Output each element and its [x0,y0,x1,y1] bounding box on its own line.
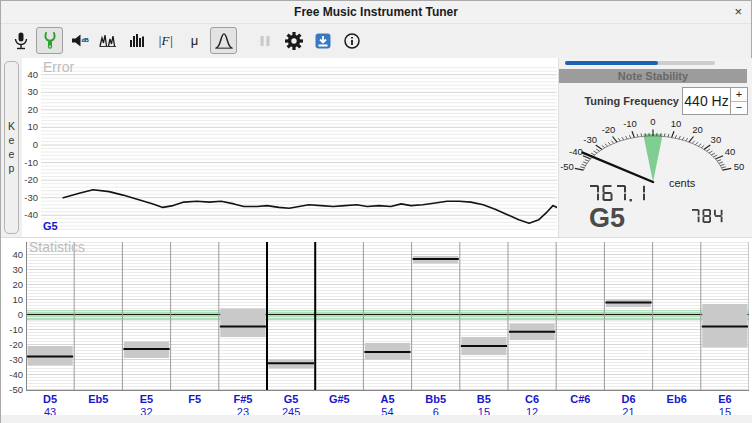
window-title: Free Music Instrument Tuner [294,5,458,19]
stats-y-tick: -40 [3,369,23,380]
error-panel: Error 403020100-10-20-30-40 G5 [22,58,558,237]
about-button[interactable] [338,27,365,54]
spectrum-button[interactable] [123,27,150,54]
svg-text:-20: -20 [602,124,616,135]
svg-text:-30: -30 [583,134,597,145]
error-y-tick: -30 [21,192,38,203]
note-label-Eb5: Eb5 [74,393,122,406]
spectrum-bars-icon [127,31,147,51]
svg-text:-40: -40 [569,146,583,157]
error-y-tick: -10 [21,157,38,168]
svg-text:dB: dB [81,37,88,43]
note-label-G#5: G#5 [315,393,363,406]
error-y-tick: 0 [21,139,38,150]
stats-y-tick: 20 [3,279,23,290]
error-chart [41,67,557,232]
tuner-mode-button[interactable] [36,27,63,54]
pause-button[interactable] [251,27,278,54]
svg-text:10: 10 [671,118,682,129]
error-y-tick: -40 [21,209,38,220]
microphone-icon [11,31,31,51]
save-button[interactable] [309,27,336,54]
volume-db-button[interactable]: dB [65,27,92,54]
oscilloscope-button[interactable] [94,27,121,54]
error-y-tick: 40 [21,69,38,80]
error-y-tick: 10 [21,121,38,132]
note-label-C#6: C#6 [556,393,604,406]
stats-y-tick: 10 [3,294,23,305]
tuning-frequency-value[interactable]: 440 Hz [683,88,730,114]
stats-y-tick: 30 [3,264,23,275]
settings-button[interactable] [280,27,307,54]
bottom-strip [1,415,752,423]
statistics-chart [26,242,749,391]
info-icon [342,31,362,51]
titlebar: Free Music Instrument Tuner × [1,1,751,24]
app-window: Free Music Instrument Tuner × dB [0,0,752,423]
frequency-increment-button[interactable]: + [731,88,747,102]
note-stability-progress-fill [565,61,658,65]
note-stability-header: Note Stability [559,69,747,83]
tuner-panel: Note Stability Tuning Frequency 440 Hz +… [558,58,752,237]
stats-y-tick: 0 [3,309,23,320]
cents-gauge: -50-40-30-20-1001020304050centsG5 [559,113,752,236]
error-distribution-button[interactable] [210,27,237,54]
note-label-F5: F5 [171,393,219,406]
stats-y-tick: 40 [3,249,23,260]
close-button[interactable]: × [734,1,742,23]
svg-text:0: 0 [650,116,655,127]
error-y-tick: 30 [21,86,38,97]
fourier-button[interactable]: |F| [152,27,179,54]
svg-text:-10: -10 [623,118,637,129]
toolbar: dB |F| μ [1,24,751,57]
fourier-icon: |F| [158,33,173,49]
svg-text:30: 30 [711,134,722,145]
svg-text:-50: -50 [560,161,574,172]
svg-text:G5: G5 [589,203,625,233]
gear-icon [284,31,304,51]
tuning-fork-icon [40,31,60,51]
statistics-panel: Statistics 403020100-10-20-30-40-50 D543… [1,237,752,423]
keep-button[interactable]: Keep [4,61,19,234]
mu-icon: μ [191,33,199,48]
stats-y-tick: -10 [3,324,23,335]
tuning-frequency-spinbox: 440 Hz + − [682,87,748,115]
stats-y-tick: -30 [3,354,23,365]
save-icon [313,31,333,51]
stats-y-tick: -20 [3,339,23,350]
error-current-note-label: G5 [43,220,58,232]
note-label-Eb6: Eb6 [653,393,701,406]
svg-text:20: 20 [692,124,703,135]
error-y-tick: -20 [21,174,38,185]
svg-text:40: 40 [725,146,736,157]
statistics-mu-button[interactable]: μ [181,27,208,54]
waveform-icon [98,31,118,51]
error-y-tick: 20 [21,104,38,115]
pause-icon [256,32,274,50]
microphone-button[interactable] [7,27,34,54]
bell-curve-icon [213,30,235,52]
svg-text:50: 50 [734,161,745,172]
speaker-icon: dB [69,31,89,51]
svg-text:cents: cents [669,177,696,189]
note-stability-progress [565,61,715,65]
tuning-frequency-label: Tuning Frequency [584,95,679,107]
